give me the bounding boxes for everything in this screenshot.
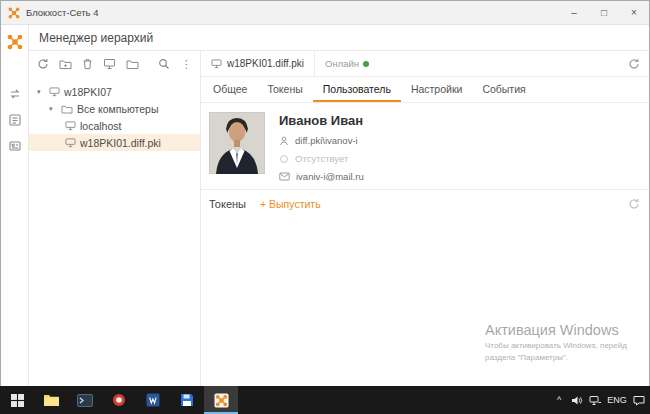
page-header: Менеджер иерархий <box>29 25 649 51</box>
tab-settings[interactable]: Настройки <box>401 77 473 102</box>
user-profile: Иванов Иван diff.pki\ivanov-i Отсутствуе… <box>201 103 649 189</box>
server-icon <box>49 87 60 97</box>
user-name: Иванов Иван <box>279 113 364 128</box>
tree-item-label: w18PKI07 <box>64 86 112 98</box>
status-label: Онлайн <box>325 58 359 69</box>
computer-icon <box>65 138 76 148</box>
tree-item-localhost[interactable]: localhost <box>29 117 200 134</box>
person-icon <box>279 136 289 146</box>
issue-token-link[interactable]: + Выпустить <box>260 198 321 210</box>
watermark-line2: раздела "Параметры". <box>485 353 645 362</box>
tab-events[interactable]: События <box>472 77 535 102</box>
online-dot-icon <box>363 61 369 67</box>
user-presence: Отсутствует <box>295 153 348 164</box>
user-info: Иванов Иван diff.pki\ivanov-i Отсутствуе… <box>279 112 364 182</box>
add-folder-icon[interactable] <box>58 56 71 72</box>
tree-item-server[interactable]: ▾ w18PKI07 <box>29 83 200 100</box>
windows-activation-watermark: Активация Windows Чтобы активировать Win… <box>485 322 645 362</box>
tree-item-selected-computer[interactable]: w18PKI01.diff.pki <box>29 134 200 151</box>
maximize-button[interactable]: □ <box>589 1 619 24</box>
computer-icon <box>211 59 222 69</box>
chevron-down-icon[interactable]: ▾ <box>37 88 45 96</box>
hierarchy-tree-panel: ⋮ ▾ w18PKI07 ▾ Все компьютеры <box>29 51 201 386</box>
user-email-row: ivaniv-i@mail.ru <box>279 171 364 182</box>
screen: Блокхост-Сеть 4 – □ × Менеджер и <box>0 0 650 414</box>
device-tab[interactable]: w18PKI01.diff.pki <box>201 51 315 76</box>
taskbar-browser-icon[interactable] <box>102 386 136 414</box>
taskbar-save-app-icon[interactable] <box>170 386 204 414</box>
group-folder-icon[interactable] <box>126 56 139 72</box>
delete-icon[interactable] <box>81 56 94 72</box>
rail-hierarchy-manager-icon[interactable] <box>1 29 29 55</box>
detail-panel: w18PKI01.diff.pki Онлайн Общее Токены По… <box>201 51 649 386</box>
kebab-menu-icon[interactable]: ⋮ <box>180 56 193 72</box>
language-indicator[interactable]: ENG <box>604 386 630 414</box>
tree-item-label: Все компьютеры <box>77 103 159 115</box>
user-login: diff.pki\ivanov-i <box>295 135 358 146</box>
computer-icon <box>65 121 76 131</box>
taskbar-blockhost-app-icon[interactable] <box>204 386 238 414</box>
tree-item-label: localhost <box>80 120 121 132</box>
taskbar-document-app-icon[interactable] <box>136 386 170 414</box>
rail-sync-icon[interactable] <box>1 81 29 107</box>
user-presence-row: Отсутствует <box>279 153 364 164</box>
hierarchy-tree: ▾ w18PKI07 ▾ Все компьютеры localhost <box>29 77 200 151</box>
tab-user[interactable]: Пользователь <box>313 77 401 102</box>
tab-tokens[interactable]: Токены <box>257 77 312 102</box>
minimize-button[interactable]: – <box>559 1 589 24</box>
network-icon[interactable] <box>586 386 604 414</box>
watermark-line1: Чтобы активировать Windows, перейд <box>485 341 645 350</box>
tray-expand-icon[interactable]: ^ <box>550 386 568 414</box>
tab-general[interactable]: Общее <box>203 77 257 102</box>
detail-topbar: w18PKI01.diff.pki Онлайн <box>201 51 649 77</box>
close-button[interactable]: × <box>619 1 649 24</box>
app-window: Блокхост-Сеть 4 – □ × Менеджер и <box>0 0 650 386</box>
start-button[interactable] <box>0 386 34 414</box>
status-badge: Онлайн <box>325 58 369 69</box>
taskbar-console-icon[interactable] <box>68 386 102 414</box>
window-controls: – □ × <box>559 1 649 24</box>
refresh-icon[interactable] <box>627 196 641 212</box>
folder-icon <box>61 104 73 114</box>
taskbar: ^ ENG <box>0 386 650 414</box>
device-tab-label: w18PKI01.diff.pki <box>227 58 304 69</box>
tree-item-all-computers[interactable]: ▾ Все компьютеры <box>29 100 200 117</box>
volume-icon[interactable] <box>568 386 586 414</box>
tree-item-label: w18PKI01.diff.pki <box>80 137 161 149</box>
action-center-icon[interactable] <box>630 386 648 414</box>
content: ⋮ ▾ w18PKI07 ▾ Все компьютеры <box>29 51 649 386</box>
page-title: Менеджер иерархий <box>39 31 153 45</box>
user-email: ivaniv-i@mail.ru <box>296 171 364 182</box>
rail-licenses-icon[interactable] <box>1 133 29 159</box>
app-logo-icon <box>8 7 20 19</box>
watermark-title: Активация Windows <box>485 322 645 338</box>
email-icon <box>279 172 290 181</box>
system-tray: ^ ENG <box>550 386 650 414</box>
refresh-icon[interactable] <box>36 56 49 72</box>
detail-tabs: Общее Токены Пользователь Настройки Собы… <box>201 77 649 103</box>
refresh-icon[interactable] <box>627 56 641 72</box>
left-rail <box>1 25 29 386</box>
move-computer-icon[interactable] <box>103 56 116 72</box>
chevron-down-icon[interactable]: ▾ <box>49 105 57 113</box>
tree-toolbar: ⋮ <box>29 51 200 77</box>
user-photo <box>209 112 265 174</box>
search-icon[interactable] <box>157 56 170 72</box>
titlebar: Блокхост-Сеть 4 – □ × <box>1 1 649 25</box>
presence-icon <box>279 154 289 164</box>
user-login-row: diff.pki\ivanov-i <box>279 135 364 146</box>
tokens-section-header: Токены + Выпустить <box>201 190 649 217</box>
tokens-title: Токены <box>209 198 246 210</box>
taskbar-file-explorer-icon[interactable] <box>34 386 68 414</box>
rail-journal-icon[interactable] <box>1 107 29 133</box>
window-title: Блокхост-Сеть 4 <box>26 7 98 18</box>
